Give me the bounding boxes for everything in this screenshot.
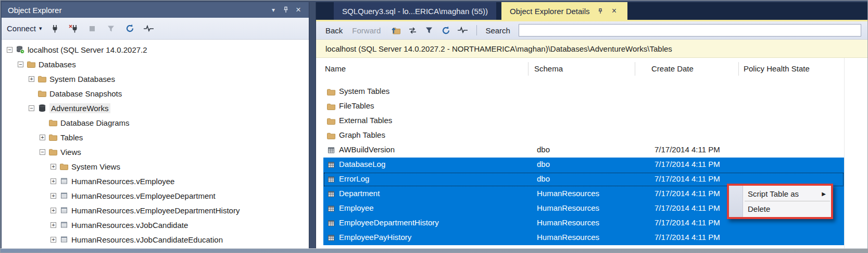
back-button[interactable]: Back (325, 26, 343, 35)
connect-server-icon[interactable] (49, 23, 60, 34)
pin-icon[interactable] (280, 5, 292, 15)
tree-item-system-views[interactable]: System Views (2, 159, 309, 174)
menu-item-delete[interactable]: Delete (729, 202, 831, 215)
cell-date: 7/17/2014 4:11 PM (655, 203, 720, 212)
tree-expander[interactable] (40, 149, 45, 155)
tree-item-tables[interactable]: Tables (2, 130, 309, 144)
tree-expander[interactable] (7, 47, 12, 53)
filter-icon[interactable] (423, 25, 435, 36)
tree-expander[interactable] (51, 222, 56, 228)
tree-item-view[interactable]: HumanResources.vEmployeeDepartmentHistor… (2, 203, 309, 218)
submenu-arrow-icon: ▶ (822, 191, 826, 197)
folder-icon (37, 75, 46, 83)
connect-button[interactable]: Connect ▾ (7, 24, 42, 33)
column-header-schema[interactable]: Schema (534, 64, 563, 73)
cell-date: 7/17/2014 4:11 PM (655, 189, 720, 198)
tree-item-label[interactable]: Database Diagrams (60, 118, 130, 127)
folder-icon (326, 117, 335, 125)
activity-monitor-icon[interactable] (143, 23, 154, 34)
search-label: Search (485, 26, 510, 35)
tree-item-label[interactable]: System Databases (49, 75, 115, 83)
tree-expander[interactable] (51, 208, 56, 213)
close-icon[interactable]: × (610, 6, 619, 16)
table-row[interactable]: FileTables (323, 99, 844, 114)
up-one-level-icon[interactable] (390, 25, 401, 36)
tree-item-adventureworks[interactable]: AdventureWorks (2, 101, 309, 115)
tree-item-database-diagrams[interactable]: Database Diagrams (2, 115, 309, 130)
tree-item-label[interactable]: HumanResources.vEmployeeDepartment (71, 191, 216, 200)
synchronize-icon[interactable] (407, 25, 418, 36)
tree-item-label[interactable]: System Views (71, 162, 120, 171)
tree-expander[interactable] (29, 76, 34, 82)
tree-expander[interactable] (40, 135, 45, 140)
cell-name: DatabaseLog (339, 160, 385, 168)
window-position-icon[interactable]: ▾ (267, 5, 280, 15)
tree-item-system-databases[interactable]: System Databases (2, 71, 309, 86)
disconnect-server-icon[interactable] (68, 23, 79, 34)
tree-item-label[interactable]: HumanResources.vJobCandidateEducation (71, 235, 223, 244)
tree-item-label[interactable]: localhost (SQL Server 14.0.2027.2 (28, 45, 147, 54)
tab-sqlquery[interactable]: SQLQuery3.sql - lo...ERICA\maghan (55)) (334, 2, 496, 20)
table-icon (326, 204, 335, 213)
table-row[interactable]: EmployeePayHistory HumanResources 7/17/2… (323, 231, 844, 245)
tree-item-label[interactable]: Database Snapshots (49, 89, 122, 98)
filter-icon[interactable] (105, 23, 117, 34)
tree-item-label[interactable]: HumanResources.vEmployee (71, 177, 174, 186)
tree-item-label[interactable]: HumanResources.vJobCandidate (71, 221, 188, 230)
table-row[interactable]: System Tables (323, 85, 844, 99)
tab-label: Object Explorer Details (510, 7, 589, 16)
activity-monitor-icon[interactable] (457, 25, 468, 36)
forward-button[interactable]: Forward (352, 26, 381, 35)
panel-title: Object Explorer (8, 6, 267, 15)
tree-item-localhost[interactable]: localhost (SQL Server 14.0.2027.2 (2, 42, 309, 57)
column-header-name[interactable]: Name (325, 64, 346, 73)
close-icon[interactable]: × (292, 5, 305, 15)
folder-icon (48, 133, 57, 141)
refresh-icon[interactable] (124, 23, 135, 34)
details-list: Name Schema Create Date Policy Health St… (316, 58, 867, 249)
tree-item-view[interactable]: HumanResources.vJobCandidateEducation (2, 232, 309, 247)
tree-item-label[interactable]: Tables (60, 133, 83, 142)
cell-date: 7/17/2014 4:11 PM (655, 233, 720, 242)
tree-item-view[interactable]: HumanResources.vJobCandidate (2, 218, 309, 232)
breadcrumb-path[interactable]: localhost (SQL Server 14.0.2027.2 - NORT… (316, 39, 867, 58)
column-header-create-date[interactable]: Create Date (651, 64, 694, 73)
view-icon (59, 221, 68, 229)
panel-splitter[interactable] (309, 2, 316, 249)
stop-icon[interactable] (86, 23, 98, 34)
tree-expander[interactable] (18, 62, 23, 67)
tree-expander[interactable] (51, 164, 56, 170)
column-separator[interactable] (528, 62, 529, 76)
table-row[interactable]: External Tables (323, 114, 844, 128)
folder-icon (48, 118, 57, 127)
table-row[interactable]: AWBuildVersion dbo 7/17/2014 4:11 PM (323, 143, 844, 158)
table-row[interactable]: Graph Tables (323, 128, 844, 143)
tree-expander[interactable] (51, 193, 56, 199)
cell-date: 7/17/2014 4:11 PM (655, 174, 720, 183)
tree-item-view[interactable]: HumanResources.vEmployee (2, 174, 309, 188)
tree-item-databases[interactable]: Databases (2, 57, 309, 71)
refresh-icon[interactable] (440, 25, 451, 36)
search-input[interactable] (519, 24, 861, 37)
tree-item-label[interactable]: Databases (39, 60, 76, 69)
column-header-policy-health[interactable]: Policy Health State (744, 64, 810, 73)
menu-item-script-table-as[interactable]: Script Table as ▶ (729, 187, 831, 200)
column-separator[interactable] (844, 58, 845, 249)
table-row[interactable]: DatabaseLog dbo 7/17/2014 4:11 PM (323, 158, 844, 172)
tree-expander[interactable] (51, 237, 56, 243)
column-separator[interactable] (738, 62, 739, 76)
tree-item-label[interactable]: HumanResources.vEmployeeDepartmentHistor… (71, 206, 240, 215)
tree-item-label[interactable]: Views (60, 148, 81, 156)
tree-item-database-snapshots[interactable]: Database Snapshots (2, 86, 309, 101)
table-icon (326, 175, 335, 184)
tree-item-label[interactable]: AdventureWorks (49, 103, 110, 113)
tree-expander[interactable] (29, 105, 34, 111)
tree-item-views[interactable]: Views (2, 144, 309, 159)
object-explorer-titlebar: Object Explorer ▾ × (2, 2, 309, 18)
tab-object-explorer-details[interactable]: Object Explorer Details × (501, 2, 627, 20)
tree-item-view[interactable]: HumanResources.vEmployeeDepartment (2, 188, 309, 203)
column-separator[interactable] (635, 62, 635, 76)
pin-icon[interactable] (595, 6, 605, 16)
folder-icon (48, 148, 57, 156)
tree-expander[interactable] (51, 178, 56, 184)
